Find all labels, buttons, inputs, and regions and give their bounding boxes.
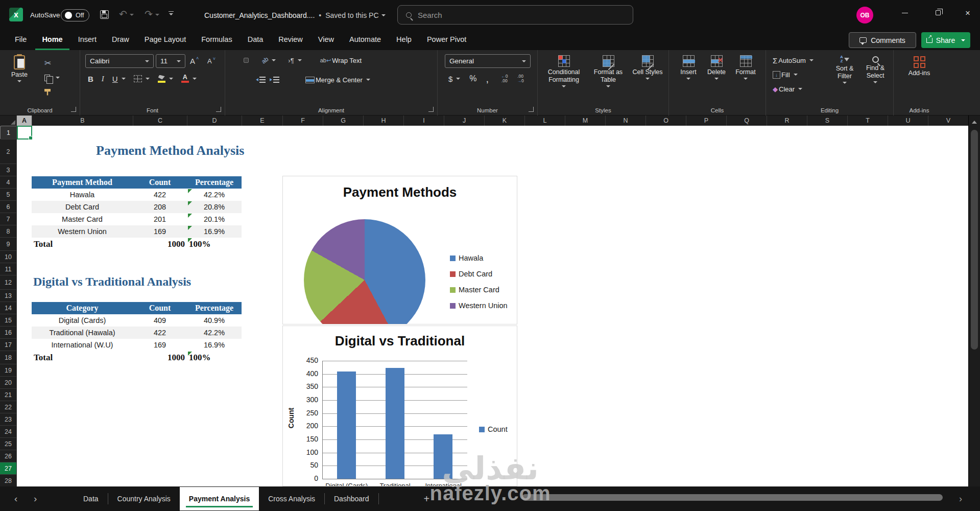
paste-button[interactable]: Paste <box>11 55 28 82</box>
table1-cell[interactable]: Master Card <box>32 213 133 225</box>
search-bar[interactable] <box>397 5 633 25</box>
font-dialog-launcher-icon[interactable] <box>216 107 221 112</box>
column-header-E[interactable]: E <box>242 115 283 126</box>
table1-header-payment-method[interactable]: Payment Method <box>32 176 133 189</box>
sheet-tab-cross-analysis[interactable]: Cross Analysis <box>259 487 324 510</box>
autosave-toggle[interactable]: Off <box>61 9 89 21</box>
clear-button[interactable]: ◆ Clear <box>771 83 804 95</box>
table1-cell[interactable]: 169 <box>133 225 187 238</box>
format-cells-button[interactable]: Format <box>732 55 759 80</box>
table1-cell[interactable]: 208 <box>133 201 187 213</box>
column-header-J[interactable]: J <box>444 115 485 126</box>
quick-access-customize-icon[interactable] <box>169 11 174 15</box>
fill-color-button[interactable] <box>156 73 175 85</box>
column-header-F[interactable]: F <box>283 115 323 126</box>
close-button[interactable]: × <box>955 0 980 26</box>
format-as-table-button[interactable]: Format as Table <box>589 55 628 87</box>
row-header-28[interactable]: 28 <box>0 475 17 487</box>
row-header-20[interactable]: 20 <box>0 377 17 389</box>
grow-font-button[interactable]: A˄ <box>188 55 200 67</box>
row-header-24[interactable]: 24 <box>0 426 17 438</box>
column-header-Q[interactable]: Q <box>727 115 767 126</box>
align-bottom-button[interactable] <box>244 58 249 63</box>
number-format-select[interactable]: General <box>445 54 531 68</box>
table1-total-count[interactable]: 1000 <box>133 238 185 251</box>
table1-cell[interactable]: 16.9% <box>187 225 242 238</box>
restore-button[interactable] <box>926 0 950 26</box>
ribbon-tab-data[interactable]: Data <box>241 30 270 50</box>
ribbon-tab-review[interactable]: Review <box>272 30 309 50</box>
find-select-button[interactable]: Find & Select <box>862 56 889 83</box>
accounting-format-button[interactable]: $ <box>447 73 462 85</box>
column-header-V[interactable]: V <box>928 115 969 126</box>
ribbon-tab-draw[interactable]: Draw <box>105 30 136 50</box>
column-header-T[interactable]: T <box>848 115 888 126</box>
clipboard-dialog-launcher-icon[interactable] <box>71 107 76 112</box>
ribbon-tab-home[interactable]: Home <box>35 30 69 50</box>
table2-cell[interactable]: 40.9% <box>187 314 242 327</box>
sheet-tab-data[interactable]: Data <box>74 487 108 510</box>
table2-total-label[interactable]: Total <box>34 351 110 364</box>
row-header-25[interactable]: 25 <box>0 438 17 450</box>
pie-chart[interactable]: Payment Methods HawalaDebt CardMaster Ca… <box>282 176 517 324</box>
row-header-9[interactable]: 9 <box>0 238 17 251</box>
table2-total-pct[interactable]: 100% <box>189 351 240 364</box>
align-right-button[interactable] <box>244 77 245 82</box>
ribbon-tab-automate[interactable]: Automate <box>343 30 388 50</box>
column-header-M[interactable]: M <box>565 115 606 126</box>
horizontal-scroll-thumb[interactable] <box>522 494 943 501</box>
increase-indent-button[interactable] <box>270 77 279 83</box>
vertical-scrollbar[interactable] <box>968 115 980 486</box>
sheet-tab-dashboard[interactable]: Dashboard <box>325 487 378 510</box>
row-header-1[interactable]: 1 <box>0 126 17 140</box>
table2-header-percentage[interactable]: Percentage <box>187 302 242 314</box>
font-color-button[interactable]: A <box>180 73 198 85</box>
italic-button[interactable]: I <box>100 73 106 85</box>
column-header-O[interactable]: O <box>646 115 686 126</box>
row-header-3[interactable]: 3 <box>0 164 17 176</box>
borders-button[interactable] <box>132 73 151 85</box>
addins-button[interactable]: Add-ins <box>905 56 934 77</box>
undo-icon[interactable]: ↶ <box>119 8 134 20</box>
bar-chart[interactable]: Digital vs Traditional 05010015020025030… <box>282 326 517 486</box>
ribbon-tab-formulas[interactable]: Formulas <box>195 30 238 50</box>
ribbon-tab-power-pivot[interactable]: Power Pivot <box>420 30 473 50</box>
table1-cell[interactable]: Debt Card <box>32 201 133 213</box>
excel-logo-icon[interactable] <box>9 8 23 21</box>
table2-cell[interactable]: Traditional (Hawala) <box>32 327 133 339</box>
table1-header-percentage[interactable]: Percentage <box>187 176 242 189</box>
table2-cell[interactable]: 16.9% <box>187 339 242 351</box>
column-header-G[interactable]: G <box>323 115 364 126</box>
column-header-L[interactable]: L <box>525 115 565 126</box>
table2-cell[interactable]: 169 <box>133 339 187 351</box>
selected-cell-A1[interactable] <box>17 126 32 140</box>
row-header-2[interactable]: 2 <box>0 140 17 164</box>
column-header-I[interactable]: I <box>404 115 444 126</box>
add-sheet-button[interactable]: + <box>424 493 430 505</box>
table1-cell[interactable]: Hawala <box>32 189 133 201</box>
row-header-13[interactable]: 13 <box>0 290 17 302</box>
row-header-7[interactable]: 7 <box>0 213 17 225</box>
row-header-5[interactable]: 5 <box>0 189 17 201</box>
column-header-C[interactable]: C <box>133 115 187 126</box>
table2-cell[interactable]: International (W.U) <box>32 339 133 351</box>
column-header-N[interactable]: N <box>606 115 646 126</box>
row-header-26[interactable]: 26 <box>0 450 17 462</box>
column-header-H[interactable]: H <box>364 115 404 126</box>
table1-cell[interactable]: 20.8% <box>187 201 242 213</box>
row-header-10[interactable]: 10 <box>0 251 17 263</box>
ribbon-tab-file[interactable]: File <box>8 30 33 50</box>
column-header-S[interactable]: S <box>807 115 848 126</box>
row-header-15[interactable]: 15 <box>0 314 17 327</box>
conditional-formatting-button[interactable]: Conditional Formatting <box>543 55 585 87</box>
column-header-R[interactable]: R <box>767 115 807 126</box>
sheet-nav-prev-icon[interactable]: ‹ <box>14 494 17 503</box>
table1-cell[interactable]: Western Union <box>32 225 133 238</box>
column-header-U[interactable]: U <box>888 115 928 126</box>
wrap-text-button[interactable]: ab↩ Wrap Text <box>319 54 364 66</box>
section2-title-cell[interactable]: Digital vs Traditional Analysis <box>33 275 191 289</box>
font-size-select[interactable]: 11 <box>156 54 185 68</box>
ribbon-tab-insert[interactable]: Insert <box>71 30 103 50</box>
align-top-button[interactable] <box>233 58 234 63</box>
align-left-button[interactable] <box>233 77 234 82</box>
